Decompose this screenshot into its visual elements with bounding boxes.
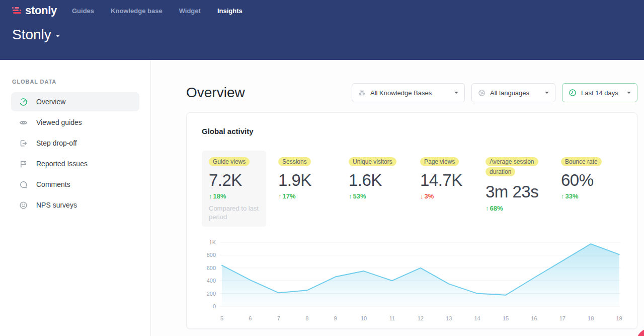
- global-activity-card: Global activity Guide views 7.2K ↑18% Co…: [186, 112, 637, 329]
- workspace-selector[interactable]: Stonly: [12, 27, 60, 43]
- metric-unique-visitors[interactable]: Unique visitors 1.6K ↑53%: [349, 151, 420, 200]
- nav-insights[interactable]: Insights: [217, 7, 243, 15]
- sidebar-section-title: GLOBAL DATA: [0, 79, 150, 85]
- metric-bounce-rate[interactable]: Bounce rate 60% ↑33%: [561, 151, 621, 200]
- metric-value: 3m 23s: [486, 183, 561, 201]
- date-range-dropdown[interactable]: Last 14 days: [562, 83, 637, 102]
- sidebar-item-viewed-guides[interactable]: Viewed guides: [11, 113, 139, 132]
- nav-guides[interactable]: Guides: [72, 7, 94, 15]
- languages-dropdown[interactable]: All languages: [471, 83, 555, 102]
- global-activity-chart: 1K80060040020005678910111213141516171819: [202, 234, 622, 325]
- svg-text:9: 9: [334, 315, 337, 321]
- metric-value: 7.2K: [209, 172, 259, 189]
- arrow-up-icon: ↑: [278, 192, 282, 200]
- knowledge-bases-value: All Knowledge Bases: [370, 89, 432, 97]
- svg-text:600: 600: [207, 265, 216, 271]
- svg-text:14: 14: [474, 315, 480, 321]
- sidebar-item-label: Comments: [36, 180, 70, 188]
- metric-value: 1.9K: [278, 172, 349, 189]
- stonly-logo-icon: [12, 7, 21, 15]
- sidebar-item-step-drop-off[interactable]: Step drop-off: [11, 133, 139, 153]
- main-content: Overview All Knowledge Bases: [151, 60, 644, 336]
- chevron-down-icon: [545, 92, 549, 94]
- sidebar-item-label: Viewed guides: [36, 118, 82, 126]
- chevron-down-icon: [56, 35, 60, 37]
- metric-change: ↑33%: [561, 192, 621, 200]
- arrow-up-icon: ↑: [209, 192, 212, 200]
- svg-text:0: 0: [213, 303, 216, 309]
- metric-note: Compared to last period: [209, 205, 259, 222]
- sidebar-list: Overview Viewed guides Step drop-off: [0, 92, 150, 215]
- top-nav: stonly Guides Knowledge base Widget Insi…: [12, 0, 632, 16]
- nav-widget[interactable]: Widget: [179, 7, 201, 15]
- workspace-title: Stonly: [12, 27, 51, 43]
- metric-page-views[interactable]: Page views 14.7K ↓3%: [420, 151, 486, 200]
- knowledge-bases-dropdown[interactable]: All Knowledge Bases: [352, 83, 465, 102]
- area-chart: 1K80060040020005678910111213141516171819: [202, 234, 623, 323]
- metric-label: Unique visitors: [349, 157, 396, 166]
- logo-text: stonly: [25, 4, 57, 17]
- sidebar-item-label: Reported Issues: [36, 160, 88, 168]
- svg-text:10: 10: [361, 315, 367, 321]
- sidebar-item-reported-issues[interactable]: Reported Issues: [11, 154, 139, 173]
- card-title: Global activity: [202, 127, 622, 136]
- chevron-down-icon: [454, 92, 458, 94]
- sidebar-item-overview[interactable]: Overview: [11, 92, 139, 111]
- svg-text:5: 5: [220, 315, 223, 321]
- flag-icon: [19, 160, 28, 168]
- sidebar: GLOBAL DATA Overview Viewed guides: [0, 60, 151, 336]
- nav-knowledge-base[interactable]: Knowledge base: [111, 7, 163, 15]
- metric-change: ↑17%: [278, 192, 349, 200]
- eye-icon: [19, 118, 28, 127]
- arrow-down-icon: ↓: [420, 192, 424, 200]
- metric-label: Bounce rate: [561, 157, 602, 166]
- metric-sessions[interactable]: Sessions 1.9K ↑17%: [278, 151, 349, 200]
- metric-avg-session-duration[interactable]: Average session duration 3m 23s ↑68%: [486, 151, 561, 212]
- arrow-up-icon: ↑: [349, 192, 352, 200]
- svg-text:200: 200: [207, 291, 216, 297]
- sidebar-item-label: Overview: [36, 98, 65, 106]
- step-out-icon: [19, 139, 28, 148]
- globe-icon: [478, 89, 486, 97]
- svg-text:12: 12: [418, 315, 424, 321]
- sidebar-item-nps-surveys[interactable]: NPS surveys: [11, 195, 139, 215]
- primary-nav: Guides Knowledge base Widget Insights: [72, 7, 243, 15]
- svg-text:18: 18: [588, 315, 594, 321]
- metric-change: ↑18%: [209, 192, 259, 200]
- sidebar-item-comments[interactable]: Comments: [11, 175, 139, 194]
- svg-text:7: 7: [277, 315, 280, 321]
- metric-label: Sessions: [278, 157, 311, 166]
- svg-text:400: 400: [207, 278, 216, 284]
- date-range-value: Last 14 days: [581, 89, 618, 97]
- svg-text:15: 15: [503, 315, 509, 321]
- smiley-icon: [19, 201, 28, 210]
- svg-text:16: 16: [531, 315, 537, 321]
- sliders-icon: [358, 89, 366, 97]
- page-title: Overview: [186, 85, 245, 101]
- metric-change: ↑53%: [349, 192, 420, 200]
- svg-text:11: 11: [389, 315, 395, 321]
- metric-change: ↑68%: [486, 205, 561, 212]
- stonly-logo[interactable]: stonly: [12, 4, 57, 17]
- main-header: Overview All Knowledge Bases: [186, 83, 637, 102]
- metric-change: ↓3%: [420, 192, 486, 200]
- arrow-up-icon: ↑: [486, 205, 489, 212]
- comment-icon: [19, 180, 28, 189]
- chevron-down-icon: [627, 92, 631, 94]
- metric-guide-views[interactable]: Guide views 7.2K ↑18% Compared to last p…: [202, 151, 266, 227]
- svg-text:17: 17: [559, 315, 566, 321]
- metrics-row: Guide views 7.2K ↑18% Compared to last p…: [202, 151, 622, 227]
- arrow-up-icon: ↑: [561, 192, 565, 200]
- metric-value: 60%: [561, 172, 621, 189]
- gauge-icon: [19, 98, 28, 106]
- metric-value: 14.7K: [420, 172, 486, 189]
- metric-label: Guide views: [209, 157, 250, 166]
- svg-text:13: 13: [446, 315, 452, 321]
- clock-icon: [569, 89, 577, 97]
- languages-value: All languages: [490, 89, 529, 97]
- sidebar-item-label: NPS surveys: [36, 201, 77, 209]
- svg-text:1K: 1K: [209, 239, 216, 245]
- app-header: stonly Guides Knowledge base Widget Insi…: [0, 0, 644, 60]
- metric-value: 1.6K: [349, 172, 420, 189]
- metric-label: Average session duration: [486, 157, 538, 176]
